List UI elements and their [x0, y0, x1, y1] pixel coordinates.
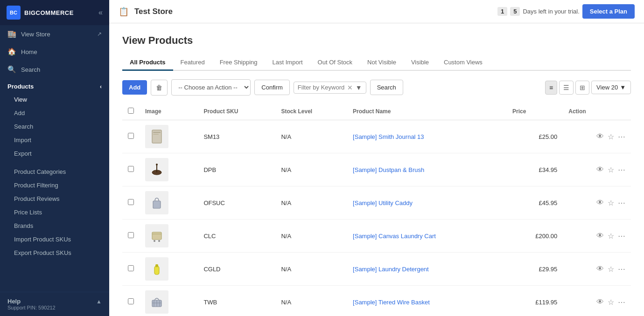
- th-action: Action: [563, 103, 631, 120]
- favorite-product-icon[interactable]: ☆: [608, 232, 614, 240]
- tab-featured[interactable]: Featured: [173, 55, 212, 71]
- more-options-icon[interactable]: ⋯: [618, 199, 625, 207]
- select-all-checkbox[interactable]: [128, 108, 134, 114]
- collapse-sidebar-button[interactable]: «: [98, 8, 103, 17]
- svg-point-9: [158, 240, 160, 242]
- favorite-product-icon[interactable]: ☆: [608, 199, 614, 207]
- sidebar-sub-search[interactable]: Search: [0, 120, 109, 133]
- view-product-icon[interactable]: 👁: [596, 132, 604, 141]
- view-count-selector[interactable]: View 20 ▼: [591, 81, 631, 94]
- product-name-link[interactable]: [Sample] Utility Caddy: [353, 199, 413, 206]
- products-section-header[interactable]: Products ‹: [0, 78, 109, 93]
- th-image: Image: [140, 103, 198, 120]
- row-checkbox-cell: [122, 286, 140, 316]
- clear-filter-button[interactable]: ✕: [347, 84, 353, 91]
- help-label[interactable]: Help: [7, 298, 21, 305]
- select-plan-button[interactable]: Select a Plan: [582, 4, 635, 19]
- view-product-icon[interactable]: 👁: [596, 232, 604, 240]
- add-product-button[interactable]: Add: [122, 80, 147, 95]
- brand-name: BIGCOMMERCE: [24, 9, 74, 16]
- sidebar: BC BIGCOMMERCE « 🏬 View Store ↗ 🏠 Home 🔍…: [0, 0, 109, 316]
- sidebar-sub-import[interactable]: Import: [0, 133, 109, 147]
- sidebar-item-export-product-skus[interactable]: Export Product SKUs: [0, 246, 109, 260]
- svg-point-5: [156, 164, 158, 165]
- product-name-link[interactable]: [Sample] Smith Journal 13: [353, 133, 424, 140]
- more-options-icon[interactable]: ⋯: [618, 165, 625, 174]
- products-toolbar: Add 🗑 -- Choose an Action -- Confirm ✕ ▼…: [122, 79, 631, 96]
- home-icon: 🏠: [7, 48, 16, 56]
- brand-logo: BC BIGCOMMERCE: [7, 6, 74, 20]
- grid-view-button[interactable]: ⊞: [575, 81, 589, 95]
- sidebar-item-price-lists[interactable]: Price Lists: [0, 206, 109, 219]
- row-checkbox[interactable]: [128, 166, 134, 172]
- chevron-down-icon: ▼: [620, 84, 626, 91]
- tab-not-visible[interactable]: Not Visible: [360, 55, 404, 71]
- filter-input[interactable]: [298, 84, 344, 91]
- list-view-button[interactable]: ≡: [545, 81, 557, 95]
- sidebar-item-search[interactable]: 🔍 Search: [0, 61, 109, 78]
- row-stock-cell: N/A: [275, 286, 347, 316]
- row-checkbox[interactable]: [128, 133, 134, 139]
- main-content: 📋 Test Store 1 5 Days left in your trial…: [109, 0, 644, 316]
- sidebar-item-import-product-skus[interactable]: Import Product SKUs: [0, 233, 109, 246]
- more-options-icon[interactable]: ⋯: [618, 132, 625, 141]
- sidebar-sub-view[interactable]: View: [0, 93, 109, 106]
- favorite-product-icon[interactable]: ☆: [608, 265, 614, 274]
- favorite-product-icon[interactable]: ☆: [608, 132, 614, 141]
- favorite-product-icon[interactable]: ☆: [608, 165, 614, 174]
- row-action-cell: 👁 ☆ ⋯: [563, 186, 631, 220]
- row-image-cell: [140, 186, 198, 220]
- sidebar-sub-add[interactable]: Add: [0, 106, 109, 120]
- view-product-icon[interactable]: 👁: [596, 265, 604, 273]
- row-checkbox[interactable]: [128, 265, 134, 271]
- chevron-up-icon[interactable]: ▲: [96, 298, 102, 305]
- sidebar-item-product-reviews[interactable]: Product Reviews: [0, 192, 109, 206]
- tab-custom-views[interactable]: Custom Views: [436, 55, 490, 71]
- product-name-link[interactable]: [Sample] Canvas Laundry Cart: [353, 233, 436, 240]
- tab-last-import[interactable]: Last Import: [265, 55, 310, 71]
- row-sku-cell: DPB: [198, 153, 275, 186]
- action-select-dropdown[interactable]: -- Choose an Action --: [172, 80, 250, 95]
- product-name-link[interactable]: [Sample] Laundry Detergent: [353, 266, 429, 273]
- sidebar-item-home[interactable]: 🏠 Home: [0, 43, 109, 61]
- product-name-link[interactable]: [Sample] Tiered Wire Basket: [353, 299, 430, 306]
- view-product-icon[interactable]: 👁: [596, 199, 604, 207]
- view-product-icon[interactable]: 👁: [596, 165, 604, 174]
- row-checkbox-cell: [122, 253, 140, 286]
- view-product-icon[interactable]: 👁: [596, 298, 604, 306]
- row-sku-cell: SM13: [198, 120, 275, 153]
- th-stock-level: Stock Level: [275, 103, 347, 120]
- favorite-product-icon[interactable]: ☆: [608, 298, 614, 307]
- confirm-button[interactable]: Confirm: [254, 80, 290, 95]
- sidebar-item-product-categories[interactable]: Product Categories: [0, 165, 109, 179]
- search-button[interactable]: Search: [370, 80, 403, 95]
- row-name-cell: [Sample] Laundry Detergent: [347, 253, 507, 286]
- more-options-icon[interactable]: ⋯: [618, 232, 625, 240]
- more-options-icon[interactable]: ⋯: [618, 265, 625, 274]
- row-price-cell: £25.00: [507, 120, 563, 153]
- product-name-link[interactable]: [Sample] Dustpan & Brush: [353, 166, 424, 173]
- compact-list-view-button[interactable]: ☰: [559, 81, 574, 95]
- tab-out-of-stock[interactable]: Out Of Stock: [310, 55, 360, 71]
- delete-button[interactable]: 🗑: [151, 80, 168, 96]
- sidebar-item-product-filtering[interactable]: Product Filtering: [0, 179, 109, 192]
- th-price: Price: [507, 103, 563, 120]
- more-options-icon[interactable]: ⋯: [618, 298, 625, 307]
- sidebar-item-label: Home: [21, 48, 37, 55]
- trial-info: 1 5 Days left in your trial. Select a Pl…: [497, 4, 635, 19]
- row-checkbox[interactable]: [128, 298, 134, 304]
- th-product-name: Product Name: [347, 103, 507, 120]
- tab-all-products[interactable]: All Products: [122, 55, 173, 71]
- tab-free-shipping[interactable]: Free Shipping: [212, 55, 265, 71]
- row-price-cell: £45.95: [507, 186, 563, 220]
- tab-visible[interactable]: Visible: [404, 55, 436, 71]
- svg-rect-1: [153, 132, 161, 133]
- sidebar-item-brands[interactable]: Brands: [0, 219, 109, 233]
- sidebar-item-view-store[interactable]: 🏬 View Store ↗: [0, 25, 109, 43]
- row-checkbox[interactable]: [128, 232, 134, 238]
- trash-icon: 🗑: [156, 84, 162, 91]
- product-image: [145, 191, 168, 214]
- row-checkbox[interactable]: [128, 199, 134, 205]
- sub-item-label: Export Product SKUs: [14, 249, 71, 256]
- sidebar-sub-export[interactable]: Export: [0, 147, 109, 160]
